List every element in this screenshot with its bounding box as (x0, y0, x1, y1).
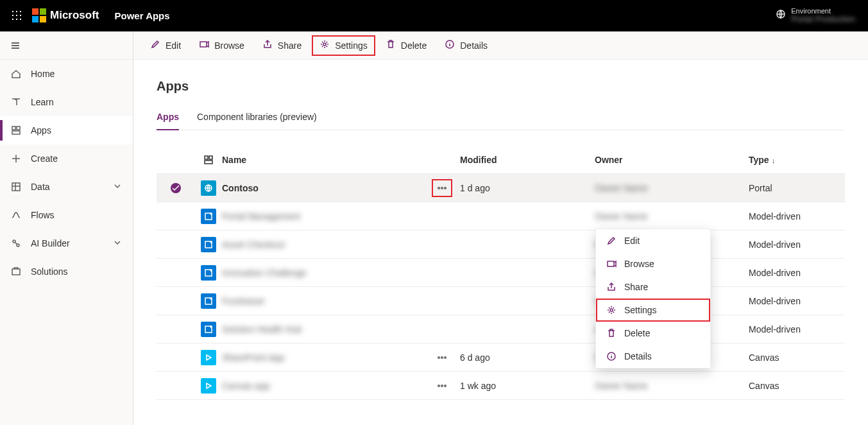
svg-point-34 (445, 356, 447, 358)
browse-icon (199, 39, 209, 51)
table-row[interactable]: Asset CheckoutOwner NameModel-driven (157, 230, 845, 259)
table-row[interactable]: Contoso1 d agoOwner NamePortal (157, 174, 845, 202)
table-row[interactable]: Innovation ChallengeOwner NameModel-driv… (157, 259, 845, 287)
nav-collapse-button[interactable] (0, 31, 133, 60)
tabs: Apps Component libraries (preview) (157, 107, 845, 130)
solutions-icon (10, 266, 22, 277)
cmd-browse[interactable]: Browse (191, 35, 252, 56)
svg-rect-5 (20, 15, 21, 16)
tab-apps[interactable]: Apps (157, 107, 179, 130)
modified-cell: 1 d ago (460, 183, 595, 193)
svg-rect-11 (17, 126, 20, 130)
cmd-label: Delete (401, 40, 427, 51)
app-name[interactable]: SharePoint App (222, 352, 284, 363)
sidebar-item-solutions[interactable]: Solutions (0, 257, 133, 286)
page-title: Apps (157, 79, 845, 94)
sidebar-item-apps[interactable]: Apps (0, 116, 133, 144)
ai-icon (10, 238, 22, 248)
app-name[interactable]: Canvas app (222, 381, 270, 391)
info-icon (445, 39, 455, 51)
svg-rect-2 (20, 11, 21, 12)
sidebar-item-label: Flows (31, 210, 55, 220)
cmd-details[interactable]: Details (437, 35, 495, 56)
ctx-edit[interactable]: Edit (596, 229, 710, 252)
ctx-delete[interactable]: Delete (596, 322, 710, 345)
sidebar-item-data[interactable]: Data (0, 173, 133, 201)
col-name[interactable]: Name (222, 155, 424, 165)
col-modified[interactable]: Modified (460, 155, 595, 165)
ctx-share[interactable]: Share (596, 275, 710, 299)
ctx-details[interactable]: Details (596, 345, 710, 368)
svg-rect-0 (12, 11, 13, 12)
app-name[interactable]: Portal Management (222, 211, 300, 221)
sidebar-item-create[interactable]: Create (0, 144, 133, 173)
brand-text: Microsoft (50, 9, 99, 22)
apps-grid: Name Modified Owner Type↓ Contoso1 d ago… (157, 146, 845, 400)
app-name[interactable]: Solution Health Hub (222, 324, 302, 334)
sidebar-item-ai-builder[interactable]: AI Builder (0, 229, 133, 257)
svg-rect-4 (16, 15, 17, 16)
svg-point-18 (323, 43, 326, 46)
table-row[interactable]: Solution Health HubsystemModel-driven (157, 315, 845, 343)
table-row[interactable]: SharePoint App6 d agoOwner NameCanvas (157, 343, 845, 372)
app-name[interactable]: Innovation Challenge (222, 268, 307, 278)
svg-point-26 (445, 187, 447, 189)
left-nav: Home Learn Apps Create Data Flows AI Bui… (0, 31, 133, 425)
checkmark-icon (171, 183, 181, 193)
home-icon (10, 69, 22, 79)
ctx-label: Details (624, 351, 652, 361)
svg-rect-21 (209, 156, 212, 159)
browse-icon (606, 259, 617, 269)
sidebar-item-label: AI Builder (31, 238, 70, 248)
sidebar-item-home[interactable]: Home (0, 60, 133, 88)
cmd-label: Browse (214, 40, 244, 51)
svg-point-37 (445, 385, 447, 386)
table-row[interactable]: Portal ManagementOwner NameModel-driven (157, 202, 845, 230)
svg-rect-8 (20, 19, 21, 20)
grid-header: Name Modified Owner Type↓ (157, 146, 845, 174)
svg-rect-38 (608, 261, 614, 266)
svg-rect-20 (205, 156, 208, 159)
type-cell: Canvas (749, 352, 832, 363)
ctx-browse[interactable]: Browse (596, 252, 710, 275)
svg-point-36 (441, 385, 443, 386)
app-type-icon (201, 265, 216, 281)
share-icon (606, 282, 617, 292)
type-cell: Portal (749, 183, 832, 193)
microsoft-logo: Microsoft (32, 8, 99, 22)
more-options-button[interactable] (432, 377, 452, 395)
ctx-settings[interactable]: Settings (596, 299, 710, 322)
table-row[interactable]: FundraiserOwner NameModel-driven (157, 287, 845, 315)
app-name[interactable]: Contoso (222, 183, 259, 193)
col-owner[interactable]: Owner (595, 155, 749, 165)
cmd-edit[interactable]: Edit (142, 35, 189, 56)
environment-icon (776, 9, 786, 21)
svg-rect-1 (16, 11, 17, 12)
cmd-share[interactable]: Share (255, 35, 309, 56)
tab-component-libraries[interactable]: Component libraries (preview) (197, 107, 317, 130)
sidebar-item-label: Solutions (31, 266, 68, 277)
app-type-icon (201, 378, 216, 394)
type-cell: Canvas (749, 381, 832, 391)
sidebar-item-learn[interactable]: Learn (0, 88, 133, 116)
app-name[interactable]: Asset Checkout (222, 239, 285, 250)
svg-rect-17 (200, 42, 207, 47)
app-launcher-icon[interactable] (6, 10, 27, 21)
col-type[interactable]: Type↓ (749, 155, 832, 165)
cmd-delete[interactable]: Delete (378, 35, 434, 56)
sidebar-item-flows[interactable]: Flows (0, 201, 133, 229)
type-cell: Model-driven (749, 324, 832, 334)
app-name[interactable]: Fundraiser (222, 296, 265, 306)
ctx-label: Delete (624, 328, 650, 338)
view-switch-icon[interactable] (195, 155, 222, 165)
svg-point-39 (610, 309, 613, 311)
svg-point-33 (441, 356, 443, 358)
more-options-button[interactable] (432, 179, 452, 197)
environment-picker[interactable]: Environment Portal Production (776, 7, 855, 24)
cmd-settings[interactable]: Settings (312, 35, 375, 56)
more-options-button[interactable] (432, 349, 452, 367)
table-row[interactable]: Canvas app1 wk agoOwner NameCanvas (157, 372, 845, 400)
sidebar-item-label: Create (31, 153, 58, 164)
ctx-label: Settings (624, 305, 657, 315)
app-type-icon (201, 322, 216, 337)
